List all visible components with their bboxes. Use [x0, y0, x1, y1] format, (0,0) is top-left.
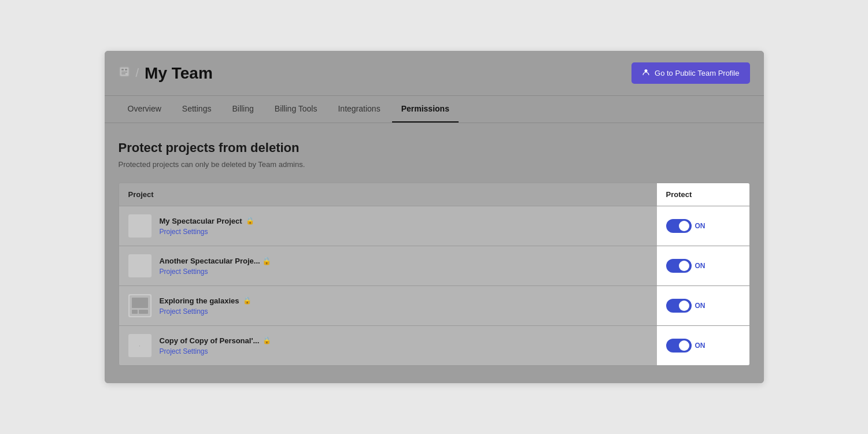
row-project-4: · Copy of Copy of Personal'... 🔒 Project…	[119, 326, 657, 365]
svg-rect-4	[121, 73, 125, 75]
person-icon	[642, 68, 650, 78]
team-icon	[119, 66, 130, 80]
section-title: Protect projects from deletion	[119, 140, 750, 155]
toggle-4[interactable]	[666, 339, 692, 353]
toggle-1[interactable]	[666, 219, 692, 233]
tab-overview[interactable]: Overview	[119, 96, 171, 123]
project-settings-link-3[interactable]: Project Settings	[160, 307, 252, 316]
header-left: / My Team	[119, 64, 213, 83]
toggle-label-1: ON	[695, 222, 706, 230]
project-info-4: Copy of Copy of Personal'... 🔒 Project S…	[160, 336, 272, 355]
public-profile-button[interactable]: Go to Public Team Profile	[631, 62, 749, 84]
row-project-2: Another Spectacular Proje... 🔒 Project S…	[119, 246, 657, 285]
breadcrumb-separator: /	[136, 66, 139, 80]
header: / My Team Go to Public Team Profile	[105, 51, 764, 96]
project-name-4: Copy of Copy of Personal'... 🔒	[160, 336, 272, 345]
tab-permissions[interactable]: Permissions	[392, 96, 459, 123]
project-thumb-1	[128, 214, 152, 238]
projects-table: Project Protect My Spectacular Project 🔒…	[119, 183, 750, 366]
lock-icon-4: 🔒	[263, 336, 271, 344]
svg-rect-9	[139, 310, 148, 314]
project-thumb-3	[128, 294, 152, 317]
project-info-2: Another Spectacular Proje... 🔒 Project S…	[160, 257, 272, 276]
project-info-3: Exploring the galaxies 🔒 Project Setting…	[160, 296, 252, 316]
project-settings-link-4[interactable]: Project Settings	[160, 347, 272, 355]
tab-billing[interactable]: Billing	[223, 96, 263, 123]
public-profile-label: Go to Public Team Profile	[655, 69, 739, 77]
toggle-label-3: ON	[695, 302, 706, 310]
toggle-2[interactable]	[666, 259, 692, 273]
row-protect-3: ON	[657, 286, 749, 325]
tab-billing-tools[interactable]: Billing Tools	[265, 96, 327, 123]
col-header-protect: Protect	[657, 183, 749, 206]
project-settings-link-1[interactable]: Project Settings	[160, 228, 254, 236]
lock-icon-1: 🔒	[246, 217, 254, 225]
content-area: Protect projects from deletion Protected…	[105, 123, 764, 383]
project-name-2: Another Spectacular Proje... 🔒	[160, 257, 272, 265]
nav-tabs: Overview Settings Billing Billing Tools …	[105, 96, 764, 123]
svg-rect-7	[132, 298, 148, 308]
svg-point-5	[645, 69, 648, 72]
project-thumb-4: ·	[128, 334, 152, 357]
lock-icon-3: 🔒	[243, 296, 252, 305]
toggle-3[interactable]	[666, 299, 692, 313]
toggle-container-3: ON	[666, 299, 706, 313]
svg-rect-3	[121, 72, 127, 73]
svg-rect-8	[132, 310, 138, 314]
tab-settings[interactable]: Settings	[173, 96, 221, 123]
row-protect-1: ON	[657, 206, 749, 246]
project-settings-link-2[interactable]: Project Settings	[160, 268, 272, 276]
row-protect-2: ON	[657, 246, 749, 285]
svg-rect-1	[121, 69, 124, 71]
project-name-1: My Spectacular Project 🔒	[160, 217, 254, 225]
section-subtitle: Protected projects can only be deleted b…	[119, 160, 750, 169]
row-protect-4: ON	[657, 326, 749, 365]
project-info-1: My Spectacular Project 🔒 Project Setting…	[160, 217, 254, 236]
col-header-project: Project	[119, 183, 657, 206]
project-thumb-2	[128, 254, 152, 277]
table-row: Exploring the galaxies 🔒 Project Setting…	[119, 286, 749, 326]
page-title: My Team	[145, 64, 213, 83]
toggle-container-4: ON	[666, 339, 706, 353]
project-name-3: Exploring the galaxies 🔒	[160, 296, 252, 305]
table-header: Project Protect	[119, 183, 749, 206]
table-row: My Spectacular Project 🔒 Project Setting…	[119, 206, 749, 246]
tab-integrations[interactable]: Integrations	[328, 96, 389, 123]
toggle-label-4: ON	[695, 342, 706, 350]
toggle-container-1: ON	[666, 219, 706, 233]
row-project-3: Exploring the galaxies 🔒 Project Setting…	[119, 286, 657, 325]
main-container: / My Team Go to Public Team Profile Over…	[105, 51, 764, 383]
toggle-label-2: ON	[695, 262, 706, 270]
table-row: · Copy of Copy of Personal'... 🔒 Project…	[119, 326, 749, 365]
row-project-1: My Spectacular Project 🔒 Project Setting…	[119, 206, 657, 246]
toggle-container-2: ON	[666, 259, 706, 273]
svg-rect-2	[125, 69, 127, 71]
table-row: Another Spectacular Proje... 🔒 Project S…	[119, 246, 749, 286]
